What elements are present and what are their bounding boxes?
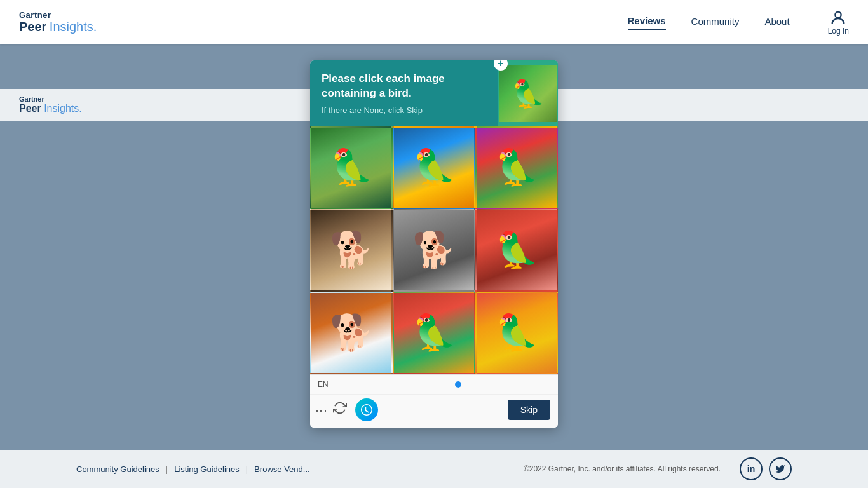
nav-about[interactable]: About [764, 16, 789, 29]
captcha-footer: EN [310, 374, 558, 394]
listing-guidelines-link[interactable]: Listing Guidelines [174, 464, 240, 474]
browse-vendors-link[interactable]: Browse Vend... [254, 464, 309, 474]
grid-cell-5[interactable]: 🐕 [393, 209, 475, 292]
animal-image-8: 🦜 [394, 293, 474, 373]
twitter-icon[interactable] [769, 458, 792, 480]
nav-community[interactable]: Community [691, 16, 740, 29]
refresh-icon [333, 401, 347, 415]
grid-cell-8[interactable]: 🦜 [393, 292, 475, 374]
grid-cell-9[interactable]: 🦜 [475, 292, 558, 374]
nav-reviews[interactable]: Reviews [628, 15, 666, 30]
animal-image-2: 🦜 [394, 128, 474, 208]
secondary-peer-insights: Peer Insights. [19, 103, 82, 114]
dot-indicator [455, 381, 461, 388]
animal-image-7: 🐕 [311, 293, 391, 373]
peer-insights-label: Peer Insights. [19, 20, 97, 34]
secondary-logo: Gartner Peer Insights. [19, 95, 82, 114]
progress-dot-1 [455, 381, 461, 388]
animal-image-9: 🦜 [477, 293, 557, 373]
animal-image-3: 🦜 [477, 128, 557, 208]
captcha-preview-image: + 🦜 [498, 60, 558, 126]
grid-cell-6[interactable]: 🦜 [475, 209, 558, 292]
footer: Community Guidelines | Listing Guideline… [0, 450, 868, 488]
nav-links: Reviews Community About Log In [628, 9, 849, 36]
captcha-prompt: Please click each image containing a bir… [310, 60, 498, 126]
captcha-actions: ⋮ Skip [310, 394, 558, 428]
social-icons: in [740, 458, 792, 480]
more-options-icon[interactable]: ⋮ [318, 405, 325, 414]
user-icon [829, 9, 847, 27]
logo[interactable]: Gartner Peer Insights. [19, 11, 97, 34]
grid-cell-2[interactable]: 🦜 [393, 126, 475, 209]
hcaptcha-logo [355, 398, 378, 421]
top-navigation: Gartner Peer Insights. Reviews Community… [0, 0, 868, 44]
svg-point-0 [836, 12, 841, 18]
captcha-sub-prompt: If there are None, click Skip [322, 105, 488, 115]
animal-image-1: 🦜 [311, 128, 391, 208]
secondary-gartner: Gartner [19, 95, 82, 103]
animal-image-5: 🐕 [394, 210, 474, 290]
animal-image-4: 🐕 [311, 210, 391, 290]
captcha-image-grid: 🦜 🦜 🦜 🐕 🐕 🦜 🐕 🦜 [310, 126, 558, 374]
skip-button[interactable]: Skip [508, 400, 550, 420]
grid-cell-3[interactable]: 🦜 [475, 126, 558, 209]
language-selector[interactable]: EN [318, 380, 329, 389]
refresh-button[interactable] [331, 401, 349, 419]
login-label: Log In [828, 27, 849, 36]
captcha-main-prompt: Please click each image containing a bir… [322, 72, 488, 100]
footer-sep-1: | [166, 464, 168, 474]
login-button[interactable]: Log In [828, 9, 849, 36]
linkedin-icon[interactable]: in [740, 458, 763, 480]
animal-image-6: 🦜 [477, 210, 557, 290]
gartner-label: Gartner [19, 11, 97, 20]
copyright: ©2022 Gartner, Inc. and/or its affiliate… [524, 464, 721, 473]
captcha-header: Please click each image containing a bir… [310, 60, 558, 126]
community-guidelines-link[interactable]: Community Guidelines [76, 464, 159, 474]
footer-sep-2: | [246, 464, 248, 474]
captcha-modal: Please click each image containing a bir… [310, 60, 558, 427]
preview-bird: 🦜 [499, 65, 557, 122]
grid-cell-7[interactable]: 🐕 [310, 292, 393, 374]
grid-cell-1[interactable]: 🦜 [310, 126, 393, 209]
grid-cell-4[interactable]: 🐕 [310, 209, 393, 292]
